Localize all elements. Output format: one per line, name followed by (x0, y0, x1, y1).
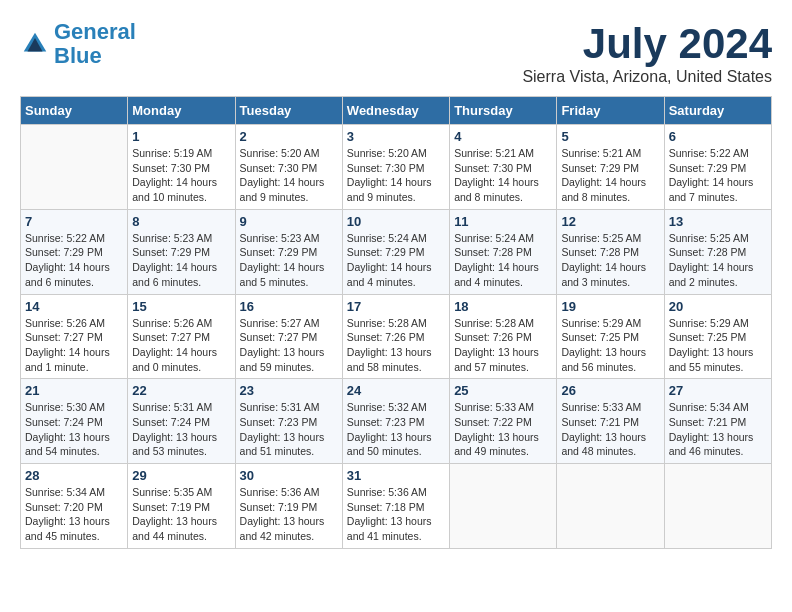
day-number: 3 (347, 129, 445, 144)
day-info: Sunrise: 5:19 AMSunset: 7:30 PMDaylight:… (132, 146, 230, 205)
logo: General Blue (20, 20, 136, 68)
calendar-table: SundayMondayTuesdayWednesdayThursdayFrid… (20, 96, 772, 549)
calendar-cell: 3Sunrise: 5:20 AMSunset: 7:30 PMDaylight… (342, 125, 449, 210)
location: Sierra Vista, Arizona, United States (522, 68, 772, 86)
day-number: 16 (240, 299, 338, 314)
calendar-cell: 27Sunrise: 5:34 AMSunset: 7:21 PMDayligh… (664, 379, 771, 464)
day-number: 1 (132, 129, 230, 144)
day-number: 15 (132, 299, 230, 314)
day-info: Sunrise: 5:33 AMSunset: 7:22 PMDaylight:… (454, 400, 552, 459)
calendar-cell: 29Sunrise: 5:35 AMSunset: 7:19 PMDayligh… (128, 464, 235, 549)
logo-line2: Blue (54, 43, 102, 68)
day-number: 8 (132, 214, 230, 229)
day-number: 13 (669, 214, 767, 229)
day-info: Sunrise: 5:31 AMSunset: 7:23 PMDaylight:… (240, 400, 338, 459)
day-number: 29 (132, 468, 230, 483)
day-number: 27 (669, 383, 767, 398)
calendar-cell: 28Sunrise: 5:34 AMSunset: 7:20 PMDayligh… (21, 464, 128, 549)
day-number: 21 (25, 383, 123, 398)
calendar-cell: 21Sunrise: 5:30 AMSunset: 7:24 PMDayligh… (21, 379, 128, 464)
day-number: 20 (669, 299, 767, 314)
day-number: 30 (240, 468, 338, 483)
calendar-cell: 6Sunrise: 5:22 AMSunset: 7:29 PMDaylight… (664, 125, 771, 210)
day-info: Sunrise: 5:25 AMSunset: 7:28 PMDaylight:… (561, 231, 659, 290)
day-info: Sunrise: 5:33 AMSunset: 7:21 PMDaylight:… (561, 400, 659, 459)
calendar-cell: 4Sunrise: 5:21 AMSunset: 7:30 PMDaylight… (450, 125, 557, 210)
day-info: Sunrise: 5:21 AMSunset: 7:30 PMDaylight:… (454, 146, 552, 205)
day-info: Sunrise: 5:24 AMSunset: 7:28 PMDaylight:… (454, 231, 552, 290)
day-number: 7 (25, 214, 123, 229)
calendar-cell: 2Sunrise: 5:20 AMSunset: 7:30 PMDaylight… (235, 125, 342, 210)
day-number: 22 (132, 383, 230, 398)
header-cell-monday: Monday (128, 97, 235, 125)
day-info: Sunrise: 5:20 AMSunset: 7:30 PMDaylight:… (240, 146, 338, 205)
calendar-cell: 5Sunrise: 5:21 AMSunset: 7:29 PMDaylight… (557, 125, 664, 210)
calendar-cell: 11Sunrise: 5:24 AMSunset: 7:28 PMDayligh… (450, 209, 557, 294)
calendar-cell: 15Sunrise: 5:26 AMSunset: 7:27 PMDayligh… (128, 294, 235, 379)
day-info: Sunrise: 5:28 AMSunset: 7:26 PMDaylight:… (347, 316, 445, 375)
calendar-week-5: 28Sunrise: 5:34 AMSunset: 7:20 PMDayligh… (21, 464, 772, 549)
day-number: 23 (240, 383, 338, 398)
day-number: 2 (240, 129, 338, 144)
day-number: 10 (347, 214, 445, 229)
day-info: Sunrise: 5:23 AMSunset: 7:29 PMDaylight:… (132, 231, 230, 290)
day-number: 28 (25, 468, 123, 483)
title-area: July 2024 Sierra Vista, Arizona, United … (522, 20, 772, 86)
header-cell-saturday: Saturday (664, 97, 771, 125)
day-number: 6 (669, 129, 767, 144)
day-info: Sunrise: 5:21 AMSunset: 7:29 PMDaylight:… (561, 146, 659, 205)
header-cell-friday: Friday (557, 97, 664, 125)
day-number: 11 (454, 214, 552, 229)
day-info: Sunrise: 5:34 AMSunset: 7:20 PMDaylight:… (25, 485, 123, 544)
calendar-body: 1Sunrise: 5:19 AMSunset: 7:30 PMDaylight… (21, 125, 772, 549)
calendar-cell: 10Sunrise: 5:24 AMSunset: 7:29 PMDayligh… (342, 209, 449, 294)
day-info: Sunrise: 5:22 AMSunset: 7:29 PMDaylight:… (669, 146, 767, 205)
calendar-cell (557, 464, 664, 549)
day-info: Sunrise: 5:23 AMSunset: 7:29 PMDaylight:… (240, 231, 338, 290)
page-header: General Blue July 2024 Sierra Vista, Ari… (20, 20, 772, 86)
calendar-cell: 19Sunrise: 5:29 AMSunset: 7:25 PMDayligh… (557, 294, 664, 379)
day-number: 19 (561, 299, 659, 314)
day-number: 24 (347, 383, 445, 398)
calendar-cell: 13Sunrise: 5:25 AMSunset: 7:28 PMDayligh… (664, 209, 771, 294)
calendar-cell: 20Sunrise: 5:29 AMSunset: 7:25 PMDayligh… (664, 294, 771, 379)
calendar-cell: 8Sunrise: 5:23 AMSunset: 7:29 PMDaylight… (128, 209, 235, 294)
day-info: Sunrise: 5:35 AMSunset: 7:19 PMDaylight:… (132, 485, 230, 544)
day-number: 14 (25, 299, 123, 314)
day-info: Sunrise: 5:27 AMSunset: 7:27 PMDaylight:… (240, 316, 338, 375)
day-info: Sunrise: 5:31 AMSunset: 7:24 PMDaylight:… (132, 400, 230, 459)
calendar-cell: 18Sunrise: 5:28 AMSunset: 7:26 PMDayligh… (450, 294, 557, 379)
day-number: 5 (561, 129, 659, 144)
day-number: 4 (454, 129, 552, 144)
logo-text: General Blue (54, 20, 136, 68)
day-info: Sunrise: 5:26 AMSunset: 7:27 PMDaylight:… (25, 316, 123, 375)
day-number: 9 (240, 214, 338, 229)
header-cell-wednesday: Wednesday (342, 97, 449, 125)
calendar-cell: 26Sunrise: 5:33 AMSunset: 7:21 PMDayligh… (557, 379, 664, 464)
calendar-cell: 31Sunrise: 5:36 AMSunset: 7:18 PMDayligh… (342, 464, 449, 549)
calendar-cell (664, 464, 771, 549)
day-info: Sunrise: 5:32 AMSunset: 7:23 PMDaylight:… (347, 400, 445, 459)
day-number: 25 (454, 383, 552, 398)
day-info: Sunrise: 5:29 AMSunset: 7:25 PMDaylight:… (561, 316, 659, 375)
calendar-cell (21, 125, 128, 210)
calendar-cell: 9Sunrise: 5:23 AMSunset: 7:29 PMDaylight… (235, 209, 342, 294)
calendar-cell: 30Sunrise: 5:36 AMSunset: 7:19 PMDayligh… (235, 464, 342, 549)
day-number: 18 (454, 299, 552, 314)
calendar-week-2: 7Sunrise: 5:22 AMSunset: 7:29 PMDaylight… (21, 209, 772, 294)
calendar-header-row: SundayMondayTuesdayWednesdayThursdayFrid… (21, 97, 772, 125)
calendar-week-4: 21Sunrise: 5:30 AMSunset: 7:24 PMDayligh… (21, 379, 772, 464)
calendar-cell: 24Sunrise: 5:32 AMSunset: 7:23 PMDayligh… (342, 379, 449, 464)
header-cell-sunday: Sunday (21, 97, 128, 125)
calendar-cell: 17Sunrise: 5:28 AMSunset: 7:26 PMDayligh… (342, 294, 449, 379)
header-cell-tuesday: Tuesday (235, 97, 342, 125)
calendar-cell: 22Sunrise: 5:31 AMSunset: 7:24 PMDayligh… (128, 379, 235, 464)
day-info: Sunrise: 5:30 AMSunset: 7:24 PMDaylight:… (25, 400, 123, 459)
day-number: 12 (561, 214, 659, 229)
calendar-cell: 14Sunrise: 5:26 AMSunset: 7:27 PMDayligh… (21, 294, 128, 379)
day-info: Sunrise: 5:28 AMSunset: 7:26 PMDaylight:… (454, 316, 552, 375)
calendar-week-3: 14Sunrise: 5:26 AMSunset: 7:27 PMDayligh… (21, 294, 772, 379)
header-cell-thursday: Thursday (450, 97, 557, 125)
logo-line1: General (54, 19, 136, 44)
day-info: Sunrise: 5:24 AMSunset: 7:29 PMDaylight:… (347, 231, 445, 290)
